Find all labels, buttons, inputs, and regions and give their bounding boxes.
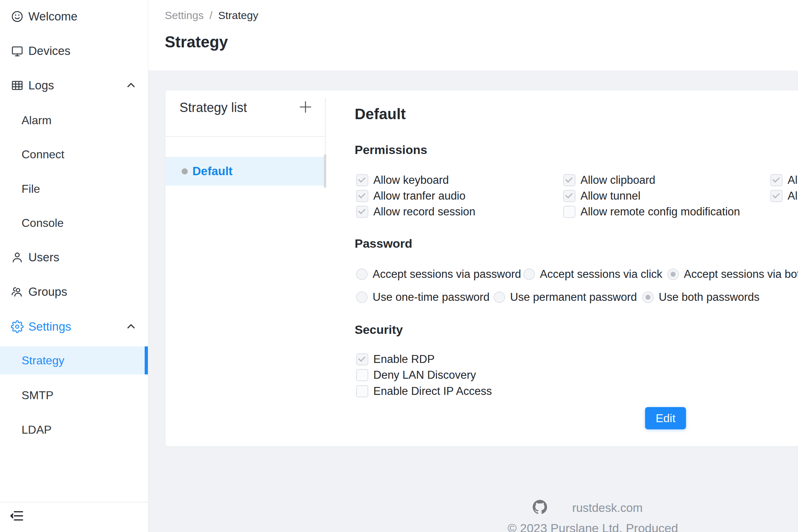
radio-use-permanent-password[interactable]: Use permanent password bbox=[494, 289, 637, 305]
radio-label: Accept sessions via click bbox=[540, 268, 662, 281]
checkbox-label: Allow keyboard bbox=[373, 174, 449, 187]
sidebar-item-users[interactable]: Users bbox=[0, 243, 148, 272]
active-indicator-bar bbox=[145, 346, 148, 374]
sidebar-item-ldap[interactable]: LDAP bbox=[0, 415, 148, 444]
checkbox-allow-keyboard[interactable]: Allow keyboard bbox=[356, 172, 449, 188]
sidebar-item-connect[interactable]: Connect bbox=[0, 140, 148, 169]
sidebar-item-settings[interactable]: Settings bbox=[0, 312, 148, 341]
rustdesk-link[interactable]: rustdesk.com bbox=[572, 501, 643, 515]
strategy-name: Default bbox=[192, 164, 233, 178]
sidebar-item-logs[interactable]: Logs bbox=[0, 71, 148, 100]
radio-accept-sessions-via-password[interactable]: Accept sessions via password bbox=[356, 266, 521, 282]
radio-label: Accept sessions via password bbox=[373, 268, 521, 281]
monitor-icon bbox=[11, 45, 24, 57]
checkbox-label: Allow remote config modification bbox=[580, 205, 740, 218]
checkbox-checked-icon[interactable] bbox=[356, 206, 368, 218]
checkbox-checked-icon[interactable] bbox=[563, 174, 575, 186]
checkbox-checked-icon[interactable] bbox=[356, 353, 368, 365]
bullet-dot-icon bbox=[182, 168, 188, 174]
checkbox-enable-rdp[interactable]: Enable RDP bbox=[356, 351, 435, 367]
page-header: Settings / Strategy Strategy bbox=[148, 0, 798, 70]
checkbox-checked-icon[interactable] bbox=[356, 174, 368, 186]
breadcrumb-current: Strategy bbox=[218, 9, 258, 22]
checkbox-checked-icon[interactable] bbox=[356, 190, 368, 202]
radio-unselected-icon[interactable] bbox=[356, 269, 368, 280]
password-heading: Password bbox=[355, 237, 412, 251]
checkbox-checked-icon[interactable] bbox=[770, 190, 783, 202]
sidebar-item-label: Console bbox=[22, 216, 64, 230]
edit-button[interactable]: Edit bbox=[645, 407, 686, 429]
checkbox-label: Enable RDP bbox=[373, 353, 435, 366]
sidebar-item-label: Logs bbox=[28, 79, 54, 92]
checkbox-enable-direct-ip-access[interactable]: Enable Direct IP Access bbox=[356, 383, 492, 399]
collapse-sidebar-icon[interactable] bbox=[9, 508, 24, 523]
add-strategy-button[interactable] bbox=[298, 99, 313, 115]
sidebar-item-smtp[interactable]: SMTP bbox=[0, 381, 148, 410]
checkbox-unchecked-icon[interactable] bbox=[563, 206, 575, 218]
radio-unselected-icon[interactable] bbox=[523, 269, 535, 280]
chevron-up-icon[interactable] bbox=[125, 320, 137, 332]
gear-icon bbox=[11, 320, 24, 333]
list-scrollbar-thumb[interactable] bbox=[324, 154, 326, 188]
chevron-up-icon[interactable] bbox=[125, 79, 137, 91]
checkbox-allow-truncated-2[interactable]: All bbox=[770, 188, 798, 204]
radio-unselected-icon[interactable] bbox=[494, 291, 505, 303]
radio-accept-sessions-via-click[interactable]: Accept sessions via click bbox=[523, 266, 662, 282]
breadcrumb: Settings / Strategy bbox=[165, 9, 258, 22]
checkbox-label: Allow tunnel bbox=[580, 190, 640, 202]
sidebar-footer-divider bbox=[0, 502, 148, 503]
checkbox-checked-icon[interactable] bbox=[563, 190, 575, 202]
radio-selected-icon[interactable] bbox=[642, 291, 654, 303]
radio-accept-sessions-via-both[interactable]: Accept sessions via both bbox=[667, 266, 798, 282]
checkbox-allow-record-session[interactable]: Allow record session bbox=[356, 204, 475, 220]
breadcrumb-settings[interactable]: Settings bbox=[165, 9, 204, 22]
sidebar-item-label: Alarm bbox=[22, 114, 52, 127]
checkbox-allow-truncated-1[interactable]: All bbox=[770, 172, 798, 188]
checkbox-allow-transfer-audio[interactable]: Allow tranfer audio bbox=[356, 188, 466, 204]
radio-use-one-time-password[interactable]: Use one-time password bbox=[356, 289, 490, 305]
sidebar-item-devices[interactable]: Devices bbox=[0, 37, 148, 65]
github-icon[interactable] bbox=[533, 500, 547, 514]
sidebar: Welcome Devices Logs Alarm Connect File bbox=[0, 0, 148, 532]
radio-unselected-icon[interactable] bbox=[356, 291, 368, 303]
checkbox-checked-icon[interactable] bbox=[770, 174, 783, 186]
checkbox-label: Allow clipboard bbox=[580, 174, 655, 187]
checkbox-label: Allow tranfer audio bbox=[373, 190, 466, 202]
smiley-icon bbox=[11, 10, 24, 23]
checkbox-allow-remote-config-modification[interactable]: Allow remote config modification bbox=[563, 204, 740, 220]
checkbox-unchecked-icon[interactable] bbox=[356, 369, 368, 381]
checkbox-unchecked-icon[interactable] bbox=[356, 385, 368, 397]
sidebar-item-welcome[interactable]: Welcome bbox=[0, 2, 148, 31]
sidebar-item-groups[interactable]: Groups bbox=[0, 277, 148, 306]
radio-selected-icon[interactable] bbox=[667, 269, 679, 280]
checkbox-label: Allow record session bbox=[373, 205, 475, 218]
sidebar-item-alarm[interactable]: Alarm bbox=[0, 106, 148, 135]
checkbox-label: Deny LAN Discovery bbox=[373, 369, 476, 382]
checkbox-allow-tunnel[interactable]: Allow tunnel bbox=[563, 188, 640, 204]
radio-label: Use one-time password bbox=[373, 291, 490, 304]
sidebar-item-label: File bbox=[22, 182, 40, 196]
radio-label: Use both passwords bbox=[659, 291, 760, 304]
security-heading: Security bbox=[355, 323, 403, 337]
sidebar-item-label: Strategy bbox=[22, 354, 64, 367]
sidebar-item-label: Users bbox=[28, 251, 59, 264]
radio-use-both-passwords[interactable]: Use both passwords bbox=[642, 289, 760, 305]
sidebar-item-label: LDAP bbox=[22, 423, 52, 437]
page-title: Strategy bbox=[165, 33, 228, 51]
list-divider bbox=[165, 136, 326, 137]
checkbox-allow-clipboard[interactable]: Allow clipboard bbox=[563, 172, 655, 188]
sidebar-item-console[interactable]: Console bbox=[0, 209, 148, 237]
user-group-icon bbox=[11, 285, 24, 298]
strategy-list-title: Strategy list bbox=[179, 100, 247, 115]
radio-label: Use permanent password bbox=[510, 291, 637, 304]
strategy-list-item-default[interactable]: Default bbox=[165, 157, 325, 186]
sidebar-item-label: SMTP bbox=[22, 389, 53, 402]
checkbox-label: All bbox=[788, 190, 798, 202]
sidebar-item-file[interactable]: File bbox=[0, 174, 148, 203]
user-icon bbox=[11, 251, 24, 264]
sidebar-item-strategy[interactable]: Strategy bbox=[0, 346, 148, 374]
checkbox-deny-lan-discovery[interactable]: Deny LAN Discovery bbox=[356, 367, 476, 383]
rustdesk-console: Welcome Devices Logs Alarm Connect File bbox=[0, 0, 798, 532]
radio-label: Accept sessions via both bbox=[684, 268, 798, 281]
strategy-detail-title: Default bbox=[355, 106, 406, 123]
